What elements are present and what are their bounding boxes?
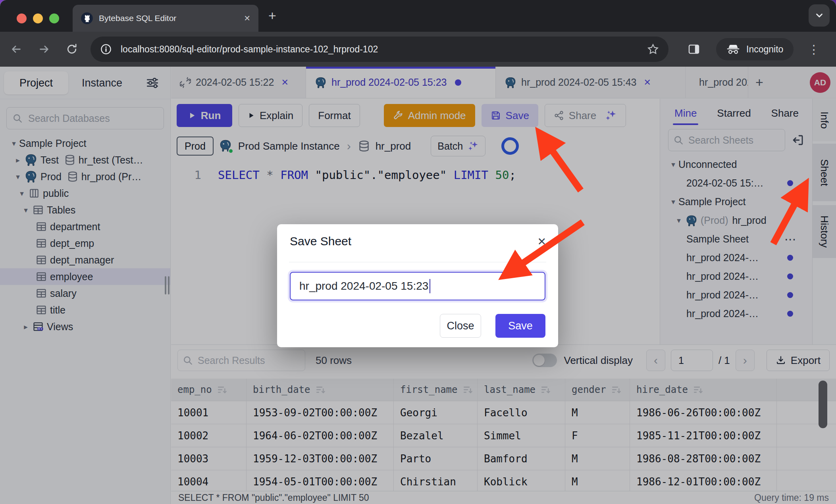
back-button[interactable] (10, 43, 22, 55)
incognito-badge: Incognito (716, 38, 794, 60)
close-tab-icon[interactable]: ✕ (244, 13, 250, 23)
sheet-name-input[interactable]: hr_prod 2024-02-05 15:23 (290, 272, 545, 300)
sheet-name-value: hr_prod 2024-02-05 15:23 (299, 280, 428, 292)
dialog-close-button[interactable]: Close (440, 314, 481, 338)
tab-overview-button[interactable] (809, 4, 830, 27)
screenshot-root: Bytebase SQL Editor ✕ + localhost:8080/s… (0, 0, 836, 504)
browser-menu-button[interactable]: ⋮ (808, 42, 820, 56)
reload-button[interactable] (66, 43, 78, 55)
browser-window: Bytebase SQL Editor ✕ + localhost:8080/s… (0, 0, 836, 504)
save-sheet-dialog: Save Sheet ✕ hr_prod 2024-02-05 15:23 Cl… (277, 224, 558, 347)
side-panel-icon[interactable] (688, 43, 700, 56)
bookmark-star-icon[interactable] (647, 43, 659, 55)
browser-titlebar: Bytebase SQL Editor ✕ + (0, 0, 836, 32)
dialog-buttons: Close Save (440, 314, 545, 338)
zoom-window-button[interactable] (49, 13, 59, 23)
site-info-icon[interactable] (100, 43, 112, 55)
forward-button[interactable] (38, 43, 50, 55)
incognito-label: Incognito (746, 44, 783, 55)
dialog-divider (289, 262, 546, 262)
dialog-close-icon[interactable]: ✕ (537, 235, 546, 248)
text-caret (430, 279, 430, 293)
address-bar[interactable]: localhost:8080/sql-editor/prod-sample-in… (91, 37, 668, 62)
dialog-title: Save Sheet (290, 235, 545, 248)
minimize-window-button[interactable] (33, 13, 43, 23)
bytebase-logo-icon (81, 12, 93, 25)
close-window-button[interactable] (17, 13, 27, 23)
incognito-icon (726, 44, 740, 55)
chevron-down-icon (814, 10, 824, 21)
browser-tab-title: Bytebase SQL Editor (99, 13, 238, 23)
url-text[interactable]: localhost:8080/sql-editor/prod-sample-in… (121, 44, 647, 55)
new-tab-button[interactable]: + (268, 9, 276, 22)
browser-tab[interactable]: Bytebase SQL Editor ✕ (73, 5, 258, 32)
browser-toolbar: localhost:8080/sql-editor/prod-sample-in… (0, 32, 836, 67)
dialog-save-button[interactable]: Save (495, 314, 545, 338)
